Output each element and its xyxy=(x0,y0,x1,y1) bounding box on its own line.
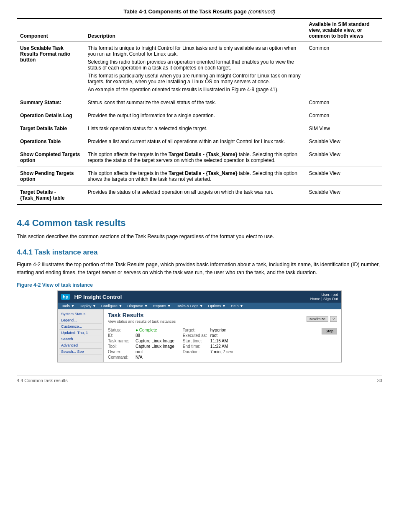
ss-field-value: Capture Linux Image xyxy=(136,339,174,343)
ss-nav-item[interactable]: Deploy ▼ xyxy=(79,304,96,308)
ss-nav-item[interactable]: Help ▼ xyxy=(231,304,243,308)
ss-field-label: Owner: xyxy=(108,350,133,354)
ss-nav-item[interactable]: Diagnose ▼ xyxy=(127,304,148,308)
ss-field-value: ● Complete xyxy=(136,328,157,332)
td-description: Lists task operation status for a select… xyxy=(84,122,306,135)
ss-sidebar-item[interactable]: Legend... xyxy=(59,317,102,324)
ss-stop-button[interactable]: Stop xyxy=(322,328,337,334)
ss-field-label: Duration: xyxy=(183,350,208,354)
ss-user-name: User: root xyxy=(310,293,338,297)
ss-task-field: Duration:7 min, 7 sec xyxy=(183,350,233,354)
table-row: Summary Status:Status icons that summari… xyxy=(17,96,382,109)
ss-task-field: Owner:root xyxy=(108,350,174,354)
ss-home-signout[interactable]: Home | Sign Out xyxy=(310,297,338,301)
ss-user-info: User: root Home | Sign Out xyxy=(310,293,338,301)
ss-nav-item[interactable]: Tasks & Logs ▼ xyxy=(176,304,203,308)
ss-field-label: ID: xyxy=(108,333,133,338)
th-component: Component xyxy=(17,18,84,42)
ss-task-field: Executed as:root xyxy=(183,333,233,338)
table-row: Operations TableProvides a list and curr… xyxy=(17,135,382,148)
td-description: This option affects the targets in the T… xyxy=(84,148,306,167)
table-row: Show Completed Targets optionThis option… xyxy=(17,148,382,167)
td-available: Scalable View xyxy=(306,167,382,186)
section-44-number: 4.4 xyxy=(17,218,30,228)
table-title: Table 4-1 Components of the Task Results… xyxy=(17,8,382,15)
ss-field-label: Status: xyxy=(108,328,133,332)
table-row: Use Scalable Task Results Format radio b… xyxy=(17,42,382,96)
section-44-body: This section describes the common sectio… xyxy=(17,233,382,241)
page-footer: 4.4 Common task results 33 xyxy=(17,375,382,383)
components-table: Component Description Available in SIM s… xyxy=(17,18,382,205)
ss-task-field: Task name:Capture Linux Image xyxy=(108,339,174,343)
ss-task-left-col: Status:● CompleteID:88Task name:Capture … xyxy=(108,328,174,360)
ss-main-subtitle: View status and results of task instance… xyxy=(108,319,176,324)
ss-sidebar-item[interactable]: Search xyxy=(59,336,102,342)
ss-sidebar-item[interactable]: Customize... xyxy=(59,324,102,330)
ss-task-details: Status:● CompleteID:88Task name:Capture … xyxy=(108,328,337,360)
ss-task-field: Tool:Capture Linux Image xyxy=(108,344,174,349)
table-row: Show Pending Targets optionThis option a… xyxy=(17,167,382,186)
table-row: Operation Details LogProvides the output… xyxy=(17,109,382,122)
th-available: Available in SIM standard view, scalable… xyxy=(306,18,382,42)
td-component: Summary Status: xyxy=(17,96,84,109)
ss-nav-item[interactable]: Configure ▼ xyxy=(101,304,122,308)
td-description: Provides a list and current status of al… xyxy=(84,135,306,148)
ss-field-value: hyperion xyxy=(210,328,226,332)
ss-nav-item[interactable]: Tools ▼ xyxy=(61,304,74,308)
ss-sidebar-item[interactable]: Updated: Thu, 1 xyxy=(59,330,102,336)
ss-field-value: 7 min, 7 sec xyxy=(210,350,233,354)
ss-main-content: Task Results View status and results of … xyxy=(104,309,341,362)
table-row: Target Details TableLists task operation… xyxy=(17,122,382,135)
ss-header: hp HP Insight Control User: root Home | … xyxy=(58,291,341,303)
figure-caption: Figure 4-2 View of task instance xyxy=(17,282,382,288)
ss-sidebar: System StatusLegend...Customize...Update… xyxy=(58,309,104,362)
ss-nav-item[interactable]: Options ▼ xyxy=(208,304,226,308)
ss-task-field: Start time:11:15 AM xyxy=(183,339,233,343)
section-441-title: Task instance area xyxy=(35,248,98,256)
td-available: SIM View xyxy=(306,122,382,135)
td-component: Target Details Table xyxy=(17,122,84,135)
ss-field-value: 88 xyxy=(136,333,140,338)
td-available: Common xyxy=(306,42,382,96)
ss-field-value: N/A xyxy=(136,355,143,360)
ss-field-value: 11:15 AM xyxy=(210,339,228,343)
section-44-title: Common task results xyxy=(32,218,126,228)
ss-navbar: Tools ▼Deploy ▼Configure ▼Diagnose ▼Repo… xyxy=(58,303,341,309)
td-component: Operation Details Log xyxy=(17,109,84,122)
td-available: Scalable View xyxy=(306,135,382,148)
ss-field-value: Capture Linux Image xyxy=(136,344,174,349)
ss-field-label: Executed as: xyxy=(183,333,208,338)
ss-task-field: Command:N/A xyxy=(108,355,174,360)
ss-help-btn[interactable]: ? xyxy=(330,316,337,322)
td-description: This option affects the targets in the T… xyxy=(84,167,306,186)
td-component: Show Completed Targets option xyxy=(17,148,84,167)
figure-screenshot: hp HP Insight Control User: root Home | … xyxy=(57,290,342,362)
td-component: Show Pending Targets option xyxy=(17,167,84,186)
td-available: Scalable View xyxy=(306,148,382,167)
section-441-heading: 4.4.1 Task instance area xyxy=(17,248,382,257)
td-description: Provides the output log information for … xyxy=(84,109,306,122)
ss-nav-item[interactable]: Reports ▼ xyxy=(153,304,171,308)
ss-app-title-area: hp HP Insight Control xyxy=(61,294,122,300)
table-title-continued: (continued) xyxy=(248,8,275,15)
table-title-text: Table 4-1 Components of the Task Results… xyxy=(124,8,247,15)
ss-topbar: Task Results View status and results of … xyxy=(108,312,337,326)
hp-logo: hp xyxy=(61,294,70,300)
ss-stop-btn-area: Stop xyxy=(322,328,337,360)
td-component: Operations Table xyxy=(17,135,84,148)
ss-sidebar-item[interactable]: System Status xyxy=(59,311,102,317)
td-available: Common xyxy=(306,96,382,109)
ss-maximize-btn[interactable]: Maximize xyxy=(307,316,328,322)
ss-sidebar-item[interactable]: Search... See xyxy=(59,349,102,355)
section-44-heading: 4.4 Common task results xyxy=(17,218,382,229)
ss-task-field: Status:● Complete xyxy=(108,328,174,332)
ss-task-field: Target:hyperion xyxy=(183,328,233,332)
ss-field-label: Target: xyxy=(183,328,208,332)
section-441-body: Figure 4-2 illustrates the top portion o… xyxy=(17,261,382,277)
ss-task-right-col: Target:hyperionExecuted as:rootStart tim… xyxy=(183,328,233,360)
ss-field-label: End time: xyxy=(183,344,208,349)
td-description: Status icons that summarize the overall … xyxy=(84,96,306,109)
ss-sidebar-item[interactable]: Advanced xyxy=(59,342,102,349)
ss-field-label: Task name: xyxy=(108,339,133,343)
td-description: Provides the status of a selected operat… xyxy=(84,186,306,205)
